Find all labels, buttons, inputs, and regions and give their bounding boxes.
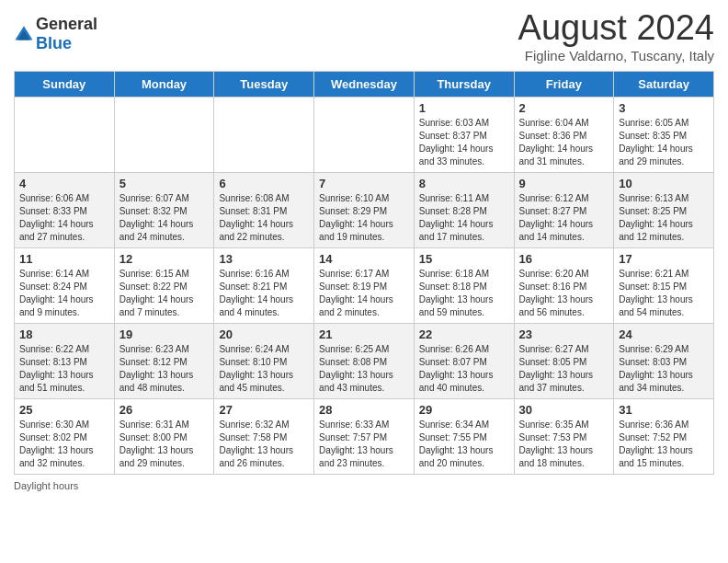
- day-info: Sunrise: 6:08 AM Sunset: 8:31 PM Dayligh…: [219, 192, 309, 244]
- day-number: 9: [519, 177, 609, 190]
- calendar-body: 1Sunrise: 6:03 AM Sunset: 8:37 PM Daylig…: [15, 97, 714, 474]
- day-info: Sunrise: 6:20 AM Sunset: 8:16 PM Dayligh…: [519, 268, 609, 319]
- day-number: 11: [19, 252, 109, 266]
- location-subtitle: Figline Valdarno, Tuscany, Italy: [518, 48, 714, 63]
- calendar-week-2: 4Sunrise: 6:06 AM Sunset: 8:33 PM Daylig…: [15, 172, 714, 247]
- day-number: 24: [619, 327, 709, 341]
- calendar-cell: 11Sunrise: 6:14 AM Sunset: 8:24 PM Dayli…: [15, 247, 115, 323]
- day-number: 19: [119, 327, 210, 341]
- day-number: 15: [419, 252, 509, 266]
- day-number: 22: [419, 327, 509, 341]
- day-info: Sunrise: 6:22 AM Sunset: 8:13 PM Dayligh…: [19, 343, 109, 395]
- calendar-week-1: 1Sunrise: 6:03 AM Sunset: 8:37 PM Daylig…: [15, 97, 714, 172]
- day-number: 6: [219, 177, 309, 190]
- calendar-cell: 22Sunrise: 6:26 AM Sunset: 8:07 PM Dayli…: [414, 323, 514, 398]
- calendar-cell: 25Sunrise: 6:30 AM Sunset: 8:02 PM Dayli…: [15, 398, 115, 474]
- day-header-monday: Monday: [114, 71, 214, 97]
- calendar-cell: 12Sunrise: 6:15 AM Sunset: 8:22 PM Dayli…: [114, 247, 214, 323]
- day-number: 7: [319, 177, 409, 190]
- day-number: 12: [119, 252, 210, 266]
- day-number: 28: [319, 403, 409, 417]
- day-number: 10: [619, 177, 709, 190]
- calendar-week-5: 25Sunrise: 6:30 AM Sunset: 8:02 PM Dayli…: [15, 398, 714, 474]
- day-number: 17: [619, 252, 709, 266]
- day-info: Sunrise: 6:21 AM Sunset: 8:15 PM Dayligh…: [619, 268, 709, 319]
- day-number: 31: [619, 403, 709, 417]
- calendar-cell: 20Sunrise: 6:24 AM Sunset: 8:10 PM Dayli…: [214, 323, 314, 398]
- day-info: Sunrise: 6:36 AM Sunset: 7:52 PM Dayligh…: [619, 419, 709, 470]
- calendar-cell: 4Sunrise: 6:06 AM Sunset: 8:33 PM Daylig…: [15, 172, 115, 247]
- day-info: Sunrise: 6:05 AM Sunset: 8:35 PM Dayligh…: [619, 117, 709, 168]
- day-info: Sunrise: 6:32 AM Sunset: 7:58 PM Dayligh…: [219, 419, 309, 470]
- day-info: Sunrise: 6:11 AM Sunset: 8:28 PM Dayligh…: [419, 192, 509, 244]
- calendar-cell: 16Sunrise: 6:20 AM Sunset: 8:16 PM Dayli…: [514, 247, 614, 323]
- calendar-cell: 30Sunrise: 6:35 AM Sunset: 7:53 PM Dayli…: [514, 398, 614, 474]
- day-number: 4: [19, 177, 109, 190]
- calendar-cell: [114, 97, 214, 172]
- calendar-cell: 17Sunrise: 6:21 AM Sunset: 8:15 PM Dayli…: [614, 247, 714, 323]
- calendar-cell: 3Sunrise: 6:05 AM Sunset: 8:35 PM Daylig…: [614, 97, 714, 172]
- day-info: Sunrise: 6:15 AM Sunset: 8:22 PM Dayligh…: [119, 268, 210, 319]
- calendar-table: SundayMondayTuesdayWednesdayThursdayFrid…: [14, 71, 714, 475]
- calendar-cell: 31Sunrise: 6:36 AM Sunset: 7:52 PM Dayli…: [614, 398, 714, 474]
- day-number: 14: [319, 252, 409, 266]
- logo-icon: [14, 24, 34, 44]
- day-number: 27: [219, 403, 309, 417]
- day-info: Sunrise: 6:31 AM Sunset: 8:00 PM Dayligh…: [119, 419, 210, 470]
- logo-text-blue: Blue: [36, 34, 72, 52]
- calendar-cell: 23Sunrise: 6:27 AM Sunset: 8:05 PM Dayli…: [514, 323, 614, 398]
- day-info: Sunrise: 6:03 AM Sunset: 8:37 PM Dayligh…: [419, 117, 509, 168]
- day-info: Sunrise: 6:18 AM Sunset: 8:18 PM Dayligh…: [419, 268, 509, 319]
- calendar-week-3: 11Sunrise: 6:14 AM Sunset: 8:24 PM Dayli…: [15, 247, 714, 323]
- day-number: 16: [519, 252, 609, 266]
- calendar-cell: 8Sunrise: 6:11 AM Sunset: 8:28 PM Daylig…: [414, 172, 514, 247]
- day-info: Sunrise: 6:25 AM Sunset: 8:08 PM Dayligh…: [319, 343, 409, 395]
- calendar-cell: 13Sunrise: 6:16 AM Sunset: 8:21 PM Dayli…: [214, 247, 314, 323]
- logo: General Blue: [14, 15, 97, 53]
- calendar-cell: 6Sunrise: 6:08 AM Sunset: 8:31 PM Daylig…: [214, 172, 314, 247]
- day-info: Sunrise: 6:16 AM Sunset: 8:21 PM Dayligh…: [219, 268, 309, 319]
- day-header-thursday: Thursday: [414, 71, 514, 97]
- calendar-cell: 19Sunrise: 6:23 AM Sunset: 8:12 PM Dayli…: [114, 323, 214, 398]
- day-info: Sunrise: 6:33 AM Sunset: 7:57 PM Dayligh…: [319, 419, 409, 470]
- calendar-cell: [15, 97, 115, 172]
- calendar-cell: 21Sunrise: 6:25 AM Sunset: 8:08 PM Dayli…: [314, 323, 415, 398]
- day-info: Sunrise: 6:13 AM Sunset: 8:25 PM Dayligh…: [619, 192, 709, 244]
- calendar-cell: 1Sunrise: 6:03 AM Sunset: 8:37 PM Daylig…: [414, 97, 514, 172]
- day-header-saturday: Saturday: [614, 71, 714, 97]
- day-info: Sunrise: 6:23 AM Sunset: 8:12 PM Dayligh…: [119, 343, 210, 395]
- calendar-cell: 7Sunrise: 6:10 AM Sunset: 8:29 PM Daylig…: [314, 172, 415, 247]
- day-info: Sunrise: 6:10 AM Sunset: 8:29 PM Dayligh…: [319, 192, 409, 244]
- calendar-cell: 28Sunrise: 6:33 AM Sunset: 7:57 PM Dayli…: [314, 398, 415, 474]
- day-info: Sunrise: 6:34 AM Sunset: 7:55 PM Dayligh…: [419, 419, 509, 470]
- calendar-cell: [214, 97, 314, 172]
- day-number: 21: [319, 327, 409, 341]
- day-number: 26: [119, 403, 210, 417]
- day-info: Sunrise: 6:04 AM Sunset: 8:36 PM Dayligh…: [519, 117, 609, 168]
- day-info: Sunrise: 6:07 AM Sunset: 8:32 PM Dayligh…: [119, 192, 210, 244]
- calendar-cell: 2Sunrise: 6:04 AM Sunset: 8:36 PM Daylig…: [514, 97, 614, 172]
- day-info: Sunrise: 6:06 AM Sunset: 8:33 PM Dayligh…: [19, 192, 109, 244]
- day-header-sunday: Sunday: [15, 71, 115, 97]
- day-number: 1: [419, 101, 509, 115]
- day-number: 29: [419, 403, 509, 417]
- day-number: 25: [19, 403, 109, 417]
- day-number: 20: [219, 327, 309, 341]
- day-number: 2: [519, 101, 609, 115]
- day-info: Sunrise: 6:24 AM Sunset: 8:10 PM Dayligh…: [219, 343, 309, 395]
- day-info: Sunrise: 6:12 AM Sunset: 8:27 PM Dayligh…: [519, 192, 609, 244]
- calendar-cell: 27Sunrise: 6:32 AM Sunset: 7:58 PM Dayli…: [214, 398, 314, 474]
- day-info: Sunrise: 6:27 AM Sunset: 8:05 PM Dayligh…: [519, 343, 609, 395]
- calendar-cell: 24Sunrise: 6:29 AM Sunset: 8:03 PM Dayli…: [614, 323, 714, 398]
- calendar-cell: 10Sunrise: 6:13 AM Sunset: 8:25 PM Dayli…: [614, 172, 714, 247]
- month-year-title: August 2024: [518, 9, 714, 48]
- day-info: Sunrise: 6:35 AM Sunset: 7:53 PM Dayligh…: [519, 419, 609, 470]
- day-info: Sunrise: 6:30 AM Sunset: 8:02 PM Dayligh…: [19, 419, 109, 470]
- day-number: 18: [19, 327, 109, 341]
- day-info: Sunrise: 6:17 AM Sunset: 8:19 PM Dayligh…: [319, 268, 409, 319]
- day-number: 13: [219, 252, 309, 266]
- day-info: Sunrise: 6:26 AM Sunset: 8:07 PM Dayligh…: [419, 343, 509, 395]
- day-info: Sunrise: 6:14 AM Sunset: 8:24 PM Dayligh…: [19, 268, 109, 319]
- calendar-cell: 5Sunrise: 6:07 AM Sunset: 8:32 PM Daylig…: [114, 172, 214, 247]
- calendar-cell: 29Sunrise: 6:34 AM Sunset: 7:55 PM Dayli…: [414, 398, 514, 474]
